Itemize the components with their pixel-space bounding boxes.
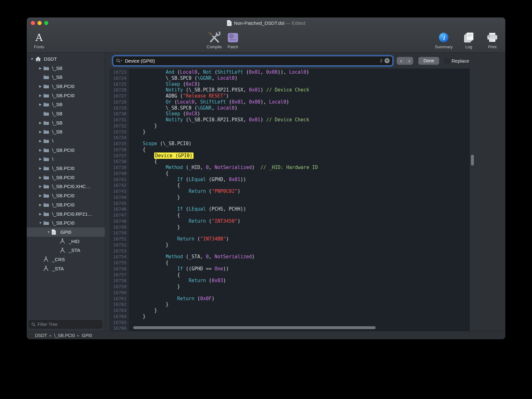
- filter-tree-field[interactable]: [29, 320, 102, 328]
- fonts-button[interactable]: A Fonts: [32, 31, 46, 49]
- code-editor[interactable]: 1672316724167251672616727167281672916730…: [109, 69, 470, 331]
- code-line-16741[interactable]: If (LEqual (GPHD, 0x01)): [131, 177, 470, 183]
- find-previous-button[interactable]: ‹: [397, 57, 405, 64]
- tree-item-hid[interactable]: _HID: [27, 237, 105, 246]
- code-line-16730[interactable]: Sleep (0xC8): [131, 111, 470, 117]
- code-line-16735[interactable]: Scope (\_SB.PCI0): [131, 141, 470, 147]
- code-line-16761[interactable]: Return (0x0F): [131, 296, 470, 302]
- code-line-16736[interactable]: {: [131, 147, 470, 153]
- tree-item-sb-pci0-rp21[interactable]: ▶\_SB.PCI0.RP21…: [27, 209, 105, 219]
- disclosure-right-icon[interactable]: ▶: [38, 130, 43, 133]
- filter-tree-input[interactable]: [38, 322, 99, 327]
- compile-button[interactable]: Compile: [207, 31, 222, 49]
- code-line-16750[interactable]: [131, 230, 470, 236]
- code-line-16745[interactable]: [131, 200, 470, 206]
- tree-item-dsdt-root[interactable]: ▼ DSDT: [27, 54, 105, 64]
- tree-item-sb-pci0[interactable]: ▶\_SB.PCI0: [27, 91, 105, 100]
- tree-item-root-scope[interactable]: ▶\: [27, 155, 105, 164]
- code-lines[interactable]: And (Local0, Not (ShiftLeft (0x01, 0x08)…: [129, 69, 470, 331]
- tree-item-sb-pci0[interactable]: ▶\_SB.PCI0: [27, 191, 105, 200]
- code-line-16740[interactable]: {: [131, 171, 470, 177]
- code-line-16754[interactable]: Method (_STA, 0, NotSerialized): [131, 254, 470, 260]
- vertical-scrollbar-thumb[interactable]: [471, 155, 474, 166]
- tree-item-root-scope[interactable]: ▶\: [27, 136, 105, 145]
- code-line-16731[interactable]: Notify (\_SB.PCI0.RP21.PXSX, 0x01) // De…: [131, 117, 470, 123]
- code-line-16732[interactable]: }: [131, 123, 470, 129]
- find-next-button[interactable]: ›: [405, 57, 413, 64]
- code-line-16724[interactable]: \_SB.SPC0 (\GGNR, Local0): [131, 75, 470, 81]
- code-line-16743[interactable]: Return ("PNP0C02"): [131, 188, 470, 194]
- disclosure-right-icon[interactable]: ▶: [38, 148, 43, 152]
- patch-button[interactable]: Patch: [226, 31, 240, 49]
- code-line-16753[interactable]: [131, 248, 470, 254]
- code-line-16760[interactable]: [131, 290, 470, 296]
- tree-item-sb-pci0[interactable]: ▶\_SB.PCI0: [27, 200, 105, 209]
- disclosure-right-icon[interactable]: ▶: [38, 85, 43, 88]
- disclosure-right-icon[interactable]: ▶: [38, 157, 43, 161]
- tree-item-sb[interactable]: \_SB: [27, 72, 105, 82]
- horizontal-scrollbar-thumb[interactable]: [133, 326, 376, 329]
- disclosure-right-icon[interactable]: ▶: [38, 139, 43, 143]
- code-line-16765[interactable]: [131, 320, 470, 326]
- code-line-16728[interactable]: Or (Local0, ShiftLeft (0x01, 0x08), Loca…: [131, 99, 470, 105]
- tree-item-sb-pci0[interactable]: ▶\_SB.PCI0: [27, 82, 105, 91]
- code-line-16729[interactable]: \_SB.SPC0 (\GGNR, Local0): [131, 105, 470, 111]
- code-line-16763[interactable]: }: [131, 308, 470, 314]
- disclosure-right-icon[interactable]: ▶: [38, 194, 43, 197]
- log-button[interactable]: Log: [461, 31, 476, 49]
- code-line-16727[interactable]: ADBG ("Release RESET"): [131, 93, 470, 99]
- disclosure-right-icon[interactable]: ▶: [38, 203, 43, 206]
- tree-item-sb[interactable]: ▶\_SB: [27, 118, 105, 127]
- done-button[interactable]: Done: [418, 57, 439, 65]
- tree-item-sb-pci0[interactable]: ▶\_SB.PCI0: [27, 164, 105, 173]
- code-line-16733[interactable]: }: [131, 129, 470, 135]
- print-button[interactable]: Print: [485, 31, 500, 49]
- code-line-16737[interactable]: Device (GPI0): [131, 153, 470, 159]
- code-line-16751[interactable]: Return ("INT34BB"): [131, 236, 470, 242]
- code-line-16757[interactable]: {: [131, 272, 470, 278]
- code-line-16755[interactable]: {: [131, 260, 470, 266]
- replace-checkbox[interactable]: [445, 58, 449, 63]
- code-line-16746[interactable]: If (LEqual (PCHS, PCHH)): [131, 206, 470, 212]
- disclosure-down-icon[interactable]: ▼: [29, 57, 35, 61]
- code-line-16756[interactable]: If ((GPHD == One)): [131, 266, 470, 272]
- search-input[interactable]: [125, 58, 378, 64]
- code-line-16723[interactable]: And (Local0, Not (ShiftLeft (0x01, 0x08)…: [131, 69, 470, 75]
- tree-item-sb[interactable]: \_SB: [27, 109, 105, 118]
- code-line-16734[interactable]: [131, 135, 470, 141]
- disclosure-right-icon[interactable]: ▶: [38, 94, 43, 97]
- tree-item-sta[interactable]: _STA: [27, 264, 105, 273]
- code-line-16764[interactable]: }: [131, 314, 470, 320]
- breadcrumb-dsdt[interactable]: DSDT: [35, 333, 47, 338]
- search-clear-button[interactable]: ✕: [385, 58, 390, 63]
- search-field[interactable]: 2 ✕: [113, 56, 393, 66]
- tree-item-sb-pci0[interactable]: ▶\_SB.PCI0: [27, 145, 105, 155]
- code-line-16742[interactable]: {: [131, 182, 470, 188]
- breadcrumb-gpi0[interactable]: GPI0: [82, 333, 92, 338]
- code-line-16748[interactable]: Return ("INT3450"): [131, 218, 470, 224]
- disclosure-right-icon[interactable]: ▶: [38, 166, 43, 170]
- tree-item-sb[interactable]: ▶\_SB: [27, 127, 105, 137]
- tree-item-sb-pci0-xhc[interactable]: ▶\_SB.PCI0.XHC…: [27, 182, 105, 191]
- summary-button[interactable]: i Summary: [435, 31, 453, 49]
- breadcrumb-sb-pci0[interactable]: \_SB.PCI0: [54, 333, 75, 338]
- code-line-16759[interactable]: }: [131, 284, 470, 290]
- code-line-16752[interactable]: }: [131, 242, 470, 248]
- tree-item-crs[interactable]: _CRS: [27, 255, 105, 264]
- code-line-16762[interactable]: }: [131, 301, 470, 308]
- search-menu-icon[interactable]: [116, 58, 123, 63]
- code-line-16726[interactable]: Notify (\_SB.PCI0.RP21.PXSX, 0x01) // De…: [131, 87, 470, 93]
- disclosure-down-icon[interactable]: ▼: [38, 221, 43, 225]
- disclosure-right-icon[interactable]: ▶: [38, 176, 43, 179]
- code-line-16739[interactable]: Method (_HID, 0, NotSerialized) // _HID:…: [131, 165, 470, 171]
- code-line-16725[interactable]: Sleep (0xC8): [131, 81, 470, 87]
- disclosure-right-icon[interactable]: ▶: [38, 66, 43, 70]
- tree-item-gpi0[interactable]: ▼GPI0: [27, 227, 105, 237]
- tree-item-sta[interactable]: _STA: [27, 246, 105, 255]
- code-line-16747[interactable]: {: [131, 212, 470, 218]
- disclosure-right-icon[interactable]: ▶: [38, 185, 43, 188]
- code-line-16738[interactable]: {: [131, 159, 470, 165]
- code-line-16749[interactable]: }: [131, 224, 470, 230]
- tree-item-sb-pci0[interactable]: ▼\_SB.PCI0: [27, 218, 105, 227]
- disclosure-right-icon[interactable]: ▶: [38, 121, 43, 125]
